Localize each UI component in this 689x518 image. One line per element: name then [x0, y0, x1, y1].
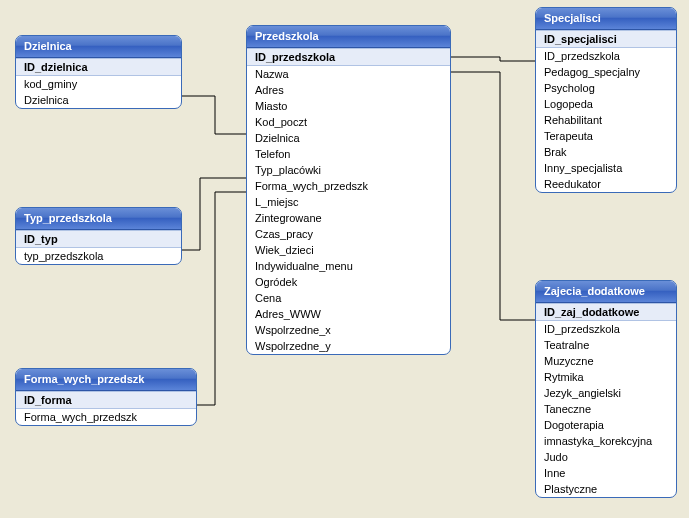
- field: imnastyka_korekcyjna: [536, 433, 676, 449]
- field: Taneczne: [536, 401, 676, 417]
- pk-field: ID_dzielnica: [16, 58, 181, 76]
- field-list: ID_specjalisci ID_przedszkola Pedagog_sp…: [536, 30, 676, 192]
- field: Dzielnica: [16, 92, 181, 108]
- table-header: Dzielnica: [16, 36, 181, 58]
- field: Kod_poczt: [247, 114, 450, 130]
- field: Wiek_dzieci: [247, 242, 450, 258]
- field: Inne: [536, 465, 676, 481]
- field: Reedukator: [536, 176, 676, 192]
- field-list: ID_forma Forma_wych_przedszk: [16, 391, 196, 425]
- field-list: ID_typ typ_przedszkola: [16, 230, 181, 264]
- field: Wspolrzedne_y: [247, 338, 450, 354]
- field: typ_przedszkola: [16, 248, 181, 264]
- field: Telefon: [247, 146, 450, 162]
- field: Rytmika: [536, 369, 676, 385]
- field-list: ID_przedszkola Nazwa Adres Miasto Kod_po…: [247, 48, 450, 354]
- field: Typ_placówki: [247, 162, 450, 178]
- table-forma[interactable]: Forma_wych_przedszk ID_forma Forma_wych_…: [15, 368, 197, 426]
- table-header: Specjalisci: [536, 8, 676, 30]
- pk-field: ID_specjalisci: [536, 30, 676, 48]
- table-header: Zajecia_dodatkowe: [536, 281, 676, 303]
- table-dzielnica[interactable]: Dzielnica ID_dzielnica kod_gminy Dzielni…: [15, 35, 182, 109]
- field: Forma_wych_przedszk: [247, 178, 450, 194]
- pk-field: ID_zaj_dodatkowe: [536, 303, 676, 321]
- field: Logopeda: [536, 96, 676, 112]
- field: Inny_specjalista: [536, 160, 676, 176]
- field: Teatralne: [536, 337, 676, 353]
- field: Plastyczne: [536, 481, 676, 497]
- field: Psycholog: [536, 80, 676, 96]
- field: Pedagog_specjalny: [536, 64, 676, 80]
- field: Cena: [247, 290, 450, 306]
- field: Adres_WWW: [247, 306, 450, 322]
- table-header: Przedszkola: [247, 26, 450, 48]
- field: Forma_wych_przedszk: [16, 409, 196, 425]
- field: Miasto: [247, 98, 450, 114]
- pk-field: ID_przedszkola: [247, 48, 450, 66]
- field: Ogródek: [247, 274, 450, 290]
- field: Jezyk_angielski: [536, 385, 676, 401]
- field: Brak: [536, 144, 676, 160]
- field: Adres: [247, 82, 450, 98]
- table-zajecia[interactable]: Zajecia_dodatkowe ID_zaj_dodatkowe ID_pr…: [535, 280, 677, 498]
- field: Czas_pracy: [247, 226, 450, 242]
- table-header: Typ_przedszkola: [16, 208, 181, 230]
- field-list: ID_dzielnica kod_gminy Dzielnica: [16, 58, 181, 108]
- table-przedszkola[interactable]: Przedszkola ID_przedszkola Nazwa Adres M…: [246, 25, 451, 355]
- field: Terapeuta: [536, 128, 676, 144]
- pk-field: ID_forma: [16, 391, 196, 409]
- field: Muzyczne: [536, 353, 676, 369]
- field: Nazwa: [247, 66, 450, 82]
- table-header: Forma_wych_przedszk: [16, 369, 196, 391]
- field: Dzielnica: [247, 130, 450, 146]
- field: Zintegrowane: [247, 210, 450, 226]
- field: kod_gminy: [16, 76, 181, 92]
- field-list: ID_zaj_dodatkowe ID_przedszkola Teatraln…: [536, 303, 676, 497]
- field: L_miejsc: [247, 194, 450, 210]
- table-specjalisci[interactable]: Specjalisci ID_specjalisci ID_przedszkol…: [535, 7, 677, 193]
- table-typ-przedszkola[interactable]: Typ_przedszkola ID_typ typ_przedszkola: [15, 207, 182, 265]
- field: ID_przedszkola: [536, 321, 676, 337]
- field: Indywidualne_menu: [247, 258, 450, 274]
- pk-field: ID_typ: [16, 230, 181, 248]
- field: Judo: [536, 449, 676, 465]
- field: Wspolrzedne_x: [247, 322, 450, 338]
- field: Rehabilitant: [536, 112, 676, 128]
- field: ID_przedszkola: [536, 48, 676, 64]
- field: Dogoterapia: [536, 417, 676, 433]
